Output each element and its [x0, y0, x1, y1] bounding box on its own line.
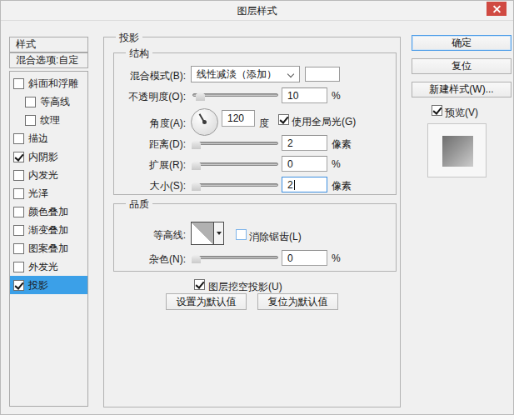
effect-checkbox[interactable] [13, 225, 24, 236]
knockout-label: 图层挖空投影(U) [208, 280, 282, 294]
effect-label: 光泽 [28, 187, 48, 201]
effect-list-item[interactable]: 投影 [10, 276, 87, 294]
effect-list-item[interactable]: 斜面和浮雕 [10, 74, 87, 92]
effect-list-item[interactable]: 内发光 [10, 166, 87, 184]
effect-checkbox[interactable] [13, 188, 24, 199]
distance-input[interactable]: 2 [282, 135, 327, 151]
anti-alias-checkbox[interactable] [236, 229, 247, 240]
distance-slider[interactable] [192, 142, 278, 145]
contour-thumbnail[interactable] [192, 222, 213, 244]
noise-slider[interactable] [192, 256, 278, 259]
effect-list-item[interactable]: 颜色叠加 [10, 202, 87, 221]
new-style-button[interactable]: 新建样式(W)... [412, 82, 512, 98]
effect-list-item[interactable]: 渐变叠加 [10, 221, 87, 239]
layer-style-dialog: 图层样式 样式 混合选项:自定 斜面和浮雕 等高线 纹理 [0, 0, 514, 415]
angle-label: 角度(A): [115, 117, 186, 131]
effect-checkbox[interactable] [13, 152, 24, 162]
global-light-label: 使用全局光(G) [292, 115, 356, 129]
effect-checkbox[interactable] [13, 133, 24, 144]
triangle-down-icon [217, 232, 222, 235]
effect-list-item[interactable]: 描边 [10, 129, 87, 148]
effect-list-item[interactable]: 图案叠加 [10, 239, 87, 258]
effect-label: 纹理 [40, 113, 60, 128]
angle-center-dot [202, 120, 207, 124]
ok-button[interactable]: 确定 [412, 35, 512, 51]
blend-mode-select[interactable]: 线性减淡（添加） [191, 66, 300, 82]
blending-options-item[interactable]: 混合选项:自定 [9, 52, 88, 68]
distance-unit: 像素 [332, 138, 352, 152]
structure-group-title: 结构 [126, 47, 152, 61]
spread-input[interactable]: 0 [282, 156, 327, 172]
spread-label: 扩展(R): [115, 158, 186, 172]
noise-input[interactable]: 0 [282, 250, 327, 266]
angle-unit: 度 [259, 117, 269, 131]
global-light-checkbox[interactable] [278, 114, 289, 125]
opacity-input[interactable]: 10 [282, 88, 327, 103]
size-slider[interactable] [192, 183, 278, 187]
size-unit: 像素 [332, 179, 352, 193]
size-input[interactable]: 2 [282, 177, 327, 192]
effect-checkbox[interactable] [13, 170, 24, 181]
effect-list-item[interactable]: 等高线 [10, 92, 87, 111]
effect-checkbox[interactable] [25, 115, 36, 126]
effect-list-item[interactable]: 内阴影 [10, 148, 87, 166]
effect-label: 外发光 [28, 260, 58, 274]
quality-group-title: 品质 [126, 198, 152, 212]
effect-checkbox[interactable] [13, 78, 24, 89]
angle-dial[interactable] [191, 108, 218, 136]
effect-list-item[interactable]: 光泽 [10, 184, 87, 202]
effect-list-item[interactable]: 纹理 [10, 111, 87, 129]
effect-checkbox[interactable] [13, 243, 24, 254]
effect-checkbox[interactable] [13, 207, 24, 218]
effect-checkbox[interactable] [25, 97, 36, 108]
reset-default-button[interactable]: 复位为默认值 [257, 293, 338, 310]
effect-label: 斜面和浮雕 [28, 77, 78, 91]
contour-dropdown-button[interactable] [213, 222, 223, 244]
reset-button[interactable]: 复位 [412, 58, 512, 74]
close-button[interactable] [487, 2, 507, 16]
knockout-checkbox[interactable] [194, 279, 205, 290]
preview-panel [427, 123, 487, 178]
text-caret [294, 180, 295, 190]
blend-mode-value: 线性减淡（添加） [197, 68, 277, 82]
contour-label: 等高线: [115, 228, 186, 242]
chevron-down-icon [287, 71, 294, 78]
shadow-color-swatch[interactable] [305, 67, 340, 82]
panel-title: 投影 [116, 31, 142, 45]
opacity-label: 不透明度(O): [115, 90, 186, 104]
effect-label: 渐变叠加 [28, 223, 68, 238]
preview-checkbox[interactable] [432, 105, 442, 116]
effect-label: 描边 [28, 132, 48, 146]
effect-checkbox[interactable] [13, 280, 24, 291]
effect-list-item[interactable]: 外发光 [10, 258, 87, 276]
noise-unit: % [332, 252, 341, 264]
anti-alias-label: 消除锯齿(L) [249, 230, 302, 244]
blend-mode-label: 混合模式(B): [115, 69, 186, 83]
effect-label: 颜色叠加 [28, 205, 68, 219]
preview-thumbnail [442, 136, 473, 167]
contour-picker[interactable] [191, 222, 224, 245]
noise-label: 杂色(N): [115, 252, 186, 267]
preview-label: 预览(V) [445, 106, 478, 120]
size-label: 大小(S): [115, 179, 186, 193]
set-default-button[interactable]: 设置为默认值 [166, 293, 247, 310]
effect-label: 图案叠加 [28, 242, 68, 256]
effect-label: 等高线 [40, 95, 70, 109]
angle-input[interactable]: 120 [222, 110, 255, 127]
styles-header-label: 样式 [16, 38, 36, 52]
effect-label: 内发光 [28, 168, 58, 182]
blending-options-label: 混合选项:自定 [16, 53, 78, 68]
spread-unit: % [332, 158, 341, 170]
effects-list: 斜面和浮雕 等高线 纹理 描边 内阴影 [9, 71, 88, 407]
title-bar[interactable]: 图层样式 [1, 1, 513, 21]
dialog-title: 图层样式 [1, 4, 513, 18]
window-edge [0, 415, 514, 420]
styles-header[interactable]: 样式 [9, 37, 88, 52]
effect-checkbox[interactable] [13, 262, 24, 272]
effect-label: 内阴影 [28, 150, 58, 164]
distance-label: 距离(D): [115, 138, 186, 152]
opacity-slider[interactable] [192, 93, 278, 97]
effect-label: 投影 [28, 278, 48, 292]
opacity-unit: % [332, 90, 341, 102]
spread-slider[interactable] [192, 162, 278, 166]
